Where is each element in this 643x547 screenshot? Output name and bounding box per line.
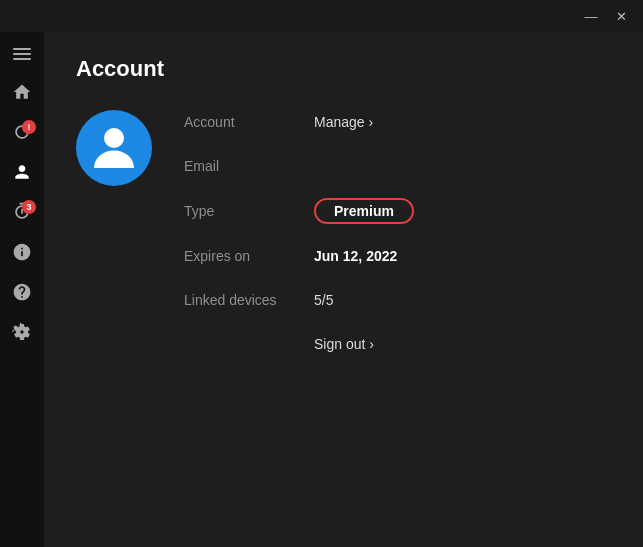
minimize-button[interactable]: — [577, 5, 605, 27]
linked-devices-value: 5/5 [314, 292, 333, 308]
close-button[interactable]: ✕ [607, 5, 635, 27]
expires-label: Expires on [184, 248, 314, 264]
svg-point-1 [104, 128, 124, 148]
sign-out-row: Sign out › [184, 332, 611, 356]
table-row: Type Premium [184, 198, 611, 224]
main-layout: ! 3 [0, 32, 643, 547]
menu-icon [13, 48, 31, 60]
account-label: Account [184, 114, 314, 130]
type-label: Type [184, 203, 314, 219]
page-title: Account [76, 56, 611, 82]
email-label: Email [184, 158, 314, 174]
title-bar: — ✕ [0, 0, 643, 32]
premium-badge: Premium [314, 198, 414, 224]
sidebar-item-timer[interactable]: 3 [4, 196, 40, 232]
refresh-badge: ! [22, 120, 36, 134]
sidebar-item-settings[interactable] [4, 316, 40, 352]
settings-icon [12, 322, 32, 347]
expires-value: Jun 12, 2022 [314, 248, 397, 264]
sidebar: ! 3 [0, 32, 44, 547]
sidebar-item-account[interactable] [4, 156, 40, 192]
title-bar-controls: — ✕ [577, 5, 635, 27]
table-row: Expires on Jun 12, 2022 [184, 244, 611, 268]
table-row: Account Manage › [184, 110, 611, 134]
avatar [76, 110, 152, 186]
table-row: Linked devices 5/5 [184, 288, 611, 312]
linked-devices-label: Linked devices [184, 292, 314, 308]
info-icon [12, 242, 32, 267]
account-icon [12, 162, 32, 187]
account-section: Account Manage › Email Type Premium Expi… [76, 110, 611, 376]
sidebar-item-home[interactable] [4, 76, 40, 112]
svg-point-0 [20, 329, 25, 334]
timer-badge: 3 [22, 200, 36, 214]
sidebar-item-refresh[interactable]: ! [4, 116, 40, 152]
info-table: Account Manage › Email Type Premium Expi… [184, 110, 611, 376]
avatar-container [76, 110, 152, 186]
home-icon [12, 82, 32, 107]
sign-out-link[interactable]: Sign out › [314, 336, 374, 352]
help-icon [12, 282, 32, 307]
sidebar-item-menu[interactable] [4, 36, 40, 72]
table-row: Email [184, 154, 611, 178]
manage-link[interactable]: Manage › [314, 114, 373, 130]
content-area: Account Account Manage › Email [44, 32, 643, 547]
sidebar-item-info[interactable] [4, 236, 40, 272]
sidebar-item-help[interactable] [4, 276, 40, 312]
